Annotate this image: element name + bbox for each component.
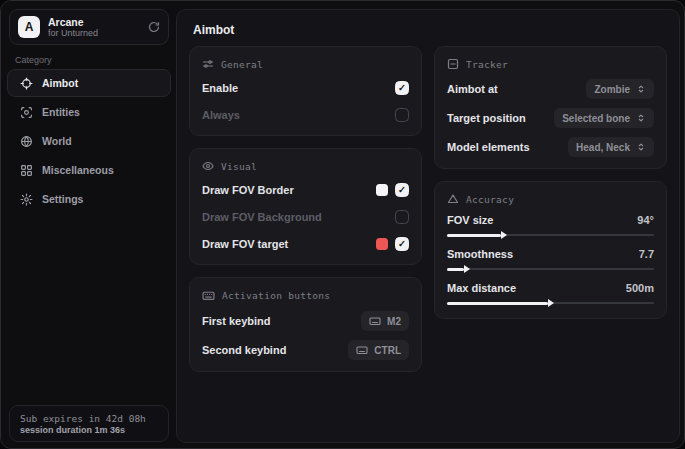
select-value: Zombie [594,84,630,95]
fov-target-color-swatch[interactable] [376,238,388,250]
subscription-info-card: Sub expires in 42d 08h session duration … [9,405,169,442]
general-card-header: General [202,58,409,70]
fov-background-checkbox[interactable] [395,210,409,224]
setting-row-smoothness: Smoothness 7.7 [447,248,654,273]
setting-row-fov-size: FOV size 94° [447,214,654,239]
chevrons-up-down-icon [636,113,646,123]
cards-columns: General Enable Always [177,46,679,372]
first-keybind-button[interactable]: M2 [361,311,409,331]
smoothness-slider[interactable] [447,265,654,273]
crosshair-icon [20,77,33,90]
page-title: Aimbot [177,10,679,46]
visual-card-header: Visual [202,160,409,172]
left-column: General Enable Always [189,46,422,372]
sidebar-item-label: Entities [42,106,80,118]
brand-name: Arcane [48,16,140,28]
entities-icon [20,106,33,119]
keyboard-icon [356,344,368,356]
setting-label: Smoothness [447,248,513,260]
target-position-select[interactable]: Selected bone [554,108,654,128]
setting-row-fov-background: Draw FOV Background [202,208,409,226]
brand-subtitle: for Unturned [48,28,140,38]
setting-label: Draw FOV target [202,238,288,250]
card-header-label: Activation buttons [222,290,330,301]
enable-checkbox[interactable] [395,81,409,95]
aimbot-at-select[interactable]: Zombie [586,79,654,99]
card-header-label: Visual [221,161,257,172]
visual-card: Visual Draw FOV Border Draw FOV Backgrou… [189,148,422,265]
tracker-card: Tracker Aimbot at Zombie Target position [434,46,667,169]
second-keybind-button[interactable]: CTRL [348,340,409,360]
sidebar-item-miscellaneous[interactable]: Miscellaneous [7,156,171,184]
sub-expires-text: Sub expires in 42d 08h [20,413,158,424]
brand-avatar: A [18,16,40,38]
eye-icon [202,160,214,172]
sidebar-item-aimbot[interactable]: Aimbot [7,69,171,97]
setting-label: Enable [202,82,238,94]
sidebar-item-settings[interactable]: Settings [7,185,171,213]
setting-row-model-elements: Model elements Head, Neck [447,137,654,157]
setting-label: First keybind [202,315,270,327]
setting-row-target-position: Target position Selected bone [447,108,654,128]
grid-icon [20,164,33,177]
setting-row-enable: Enable [202,79,409,97]
fov-size-value: 94° [637,214,654,226]
select-value: Selected bone [562,113,630,124]
sidebar-item-label: Settings [42,193,83,205]
fov-border-color-swatch[interactable] [376,184,388,196]
setting-row-aimbot-at: Aimbot at Zombie [447,79,654,99]
accuracy-card: Accuracy FOV size 94° [434,181,667,319]
triangle-icon [447,193,459,205]
setting-label: Aimbot at [447,83,498,95]
setting-row-second-keybind: Second keybind CTRL [202,340,409,360]
setting-label: Draw FOV Background [202,211,322,223]
card-header-label: Accuracy [466,194,514,205]
activation-card-header: Activation buttons [202,289,409,302]
always-checkbox[interactable] [395,108,409,122]
setting-label: Model elements [447,141,530,153]
brand-card: A Arcane for Unturned [9,9,169,45]
smoothness-value: 7.7 [639,248,654,260]
slider-fill [447,234,501,237]
session-duration-text: session duration 1m 36s [20,425,158,435]
globe-icon [20,135,33,148]
keyboard-icon [202,289,215,302]
slider-track [447,268,654,270]
general-card: General Enable Always [189,46,422,136]
keybind-value: CTRL [374,345,401,356]
main-panel: Aimbot General Enable [176,9,680,443]
setting-label: Target position [447,112,526,124]
slider-fill [447,268,464,271]
setting-label: Max distance [447,282,516,294]
slider-fill [447,302,548,305]
setting-row-first-keybind: First keybind M2 [202,311,409,331]
keybind-value: M2 [387,316,401,327]
activation-card: Activation buttons First keybind M2 Seco… [189,277,422,372]
setting-row-always: Always [202,106,409,124]
refresh-icon[interactable] [148,21,160,33]
sidebar-item-label: Aimbot [42,77,78,89]
sidebar-item-entities[interactable]: Entities [7,98,171,126]
sidebar: A Arcane for Unturned Category Aimbot [1,1,176,448]
category-label: Category [15,55,52,65]
select-value: Head, Neck [576,142,630,153]
sliders-icon [202,58,214,70]
setting-label: Always [202,109,240,121]
fov-border-checkbox[interactable] [395,183,409,197]
model-elements-select[interactable]: Head, Neck [568,137,654,157]
sidebar-item-world[interactable]: World [7,127,171,155]
setting-row-fov-border: Draw FOV Border [202,181,409,199]
brand-text: Arcane for Unturned [48,16,140,38]
tracker-card-header: Tracker [447,58,654,70]
max-distance-slider[interactable] [447,299,654,307]
chevrons-up-down-icon [636,142,646,152]
fov-size-slider[interactable] [447,231,654,239]
card-header-label: Tracker [466,59,508,70]
fov-target-checkbox[interactable] [395,237,409,251]
setting-label: Draw FOV Border [202,184,294,196]
max-distance-value: 500m [626,282,654,294]
gear-icon [20,193,33,206]
accuracy-card-header: Accuracy [447,193,654,205]
setting-row-fov-target: Draw FOV target [202,235,409,253]
setting-label: FOV size [447,214,493,226]
